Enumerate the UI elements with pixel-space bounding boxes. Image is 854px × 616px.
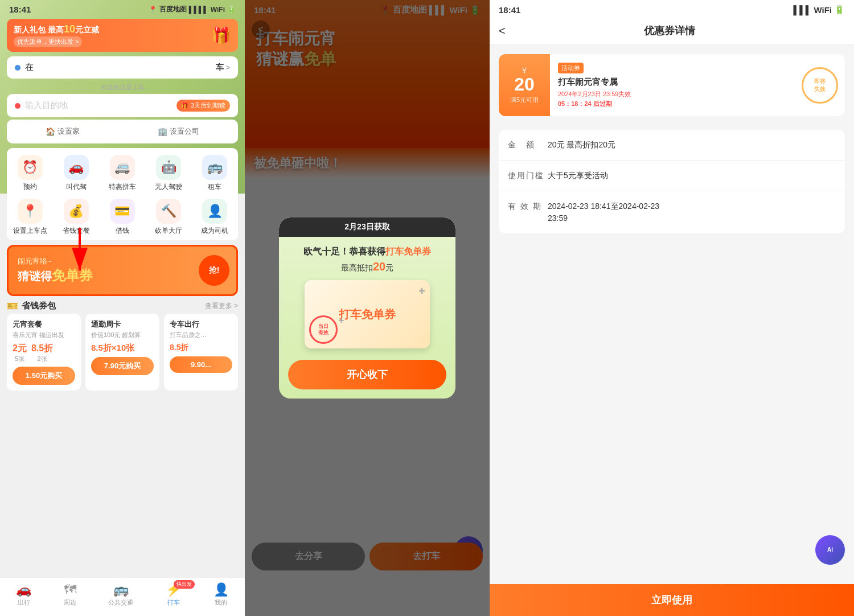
coupon-buy-btn-2[interactable]: 7.90元购买: [91, 357, 154, 375]
coupon-card-1[interactable]: 元宵套餐 喜乐元宵 福运出发 2元 5张 8.5折 2张 1.50元购买: [7, 314, 81, 391]
popup-subtitle: 最高抵扣20元: [288, 260, 446, 273]
service-become-driver[interactable]: 👤 成为司机: [192, 199, 238, 236]
service-rental[interactable]: 🚌 租车: [192, 155, 238, 192]
stamp-line1: 当日: [318, 323, 329, 330]
page-title-3: 优惠券详情: [512, 24, 827, 38]
nav-transit[interactable]: 🚌 公共交通: [108, 582, 133, 607]
service-pickup[interactable]: 📍 设置上车点: [7, 199, 53, 236]
savings-icon: 💰: [64, 199, 89, 224]
expire-badge: 🎁 3天后到期赎: [176, 100, 230, 112]
p3-header: < 优惠券详情: [490, 17, 854, 45]
promo-banner[interactable]: 闹元宵咯~ 猜谜得免单券 抢!: [7, 245, 238, 296]
shortcut-home-label: 设置家: [58, 126, 80, 137]
voucher-label: 打车免单券: [339, 307, 396, 322]
shortcut-row: 🏠 设置家 🏢 设置公司: [7, 120, 238, 143]
search-location: 在: [25, 62, 211, 73]
plus-icon-1: +: [418, 285, 425, 298]
shortcut-home[interactable]: 🏠 设置家: [39, 124, 87, 139]
time-3: 18:41: [499, 5, 520, 15]
detail-row-amount: 金 额 20元 最高折扣20元: [499, 130, 845, 161]
time-1: 18:41: [9, 5, 31, 14]
detail-key-validity: 有 效 期: [508, 200, 548, 212]
coupon-card-3[interactable]: 专车出行 打车品质之... 8.5折 9.90...: [164, 314, 238, 391]
shortcut-company-label: 设置公司: [170, 126, 199, 137]
nav-travel-label: 出行: [18, 598, 30, 607]
popup-title: 欧气十足！恭喜获得打车免单券: [288, 246, 446, 258]
battery-3: 🔋: [834, 5, 845, 15]
promo-grab-button[interactable]: 抢!: [199, 255, 229, 286]
service-driver[interactable]: 🚗 叫代驾: [53, 155, 99, 192]
wifi-icon: WiFi: [211, 6, 225, 14]
popup-overlay: 2月23日获取 欧气十足！恭喜获得打车免单券 最高抵扣20元 打车免单券 当日 …: [245, 0, 490, 616]
collect-button[interactable]: 开心收下: [288, 360, 446, 389]
service-bargain[interactable]: 🔨 砍单大厅: [146, 199, 192, 236]
nav-nearby-label: 周边: [64, 598, 76, 607]
service-loan[interactable]: 💳 借钱: [99, 199, 145, 236]
coupon-expire-date: 2024年2月23日 23:59失效: [558, 90, 837, 98]
coupon-price-3a: 8.5折: [170, 343, 188, 353]
coupon-buy-btn-1[interactable]: 1.50元购买: [13, 367, 75, 385]
search-row[interactable]: 在 车 >: [7, 56, 238, 79]
destination-row[interactable]: 输入目的地 🎁 3天后到期赎: [7, 94, 238, 117]
detail-row-validity: 有 效 期 2024-02-23 18:41至2024-02-2323:59: [499, 191, 845, 233]
promo-content: 闹元宵咯~ 猜谜得免单券: [9, 250, 199, 290]
signal-3: ▌▌▌: [794, 5, 812, 15]
nav-taxi-label: 打车: [167, 598, 180, 607]
savings-title: 🎫 省钱券包: [7, 301, 56, 311]
service-savings[interactable]: 💰 省钱套餐: [53, 199, 99, 236]
car-label: 车: [216, 63, 224, 73]
stamp-line2: 有效: [318, 330, 329, 336]
back-button-3[interactable]: <: [499, 24, 506, 38]
hint-text: 推荐在这里上车: [0, 83, 245, 92]
new-user-banner[interactable]: 新人礼包 最高10元立减 优先派单，更快出发 > 🎁: [7, 19, 238, 52]
coupon-sub-2: 价值100元 超划算: [91, 331, 154, 339]
coupon-price-1a: 2元 5张: [13, 343, 27, 363]
bargain-icon: 🔨: [156, 199, 181, 224]
new-user-title: 新人礼包 最高10元立减: [14, 23, 99, 35]
nav-mine[interactable]: 👤 我的: [214, 582, 229, 607]
services-grid: ⏰ 预约 🚗 叫代驾 🚐 特惠拼车 🤖 无人驾驶 🚌 租车 📍 设置上车点 💰 …: [7, 148, 238, 240]
service-carpool[interactable]: 🚐 特惠拼车: [99, 155, 145, 192]
ai-avatar-3[interactable]: Ai: [815, 535, 845, 565]
stamp: 当日 有效: [309, 315, 338, 344]
service-auto[interactable]: 🤖 无人驾驶: [146, 155, 192, 192]
destination-dot: [15, 103, 20, 109]
shortcut-company[interactable]: 🏢 设置公司: [151, 124, 206, 139]
detail-row-threshold: 使用门槛 大于5元享受活动: [499, 161, 845, 191]
coupon-detail-card: ¥ 20 满5元可用 活动券 打车闹元宵专属 2024年2月23日 23:59失…: [499, 54, 845, 116]
coupon-left-section: ¥ 20 满5元可用: [499, 54, 550, 116]
coupon-countdown: 05：18：24 后过期: [558, 100, 837, 108]
coupon-prices-3: 8.5折: [170, 343, 232, 353]
nav-travel[interactable]: 🚗 出行: [16, 582, 31, 607]
become-driver-icon: 👤: [202, 199, 227, 224]
panel-3: 18:41 ▌▌▌ WiFi 🔋 < 优惠券详情 ¥ 20 满5元可用 活动券 …: [490, 0, 854, 616]
gps-label: 百度地图: [159, 5, 187, 14]
detail-key-threshold: 使用门槛: [508, 170, 548, 182]
detail-key-amount: 金 额: [508, 139, 548, 151]
activity-badge: 活动券: [558, 63, 584, 73]
use-button[interactable]: 立即使用: [490, 584, 854, 616]
coupon-sub-3: 打车品质之...: [170, 331, 232, 339]
p3-body: ¥ 20 满5元可用 活动券 打车闹元宵专属 2024年2月23日 23:59失…: [490, 45, 854, 616]
destination-input[interactable]: 输入目的地: [25, 100, 68, 111]
service-reservation[interactable]: ⏰ 预约: [7, 155, 53, 192]
pickup-icon: 📍: [18, 199, 43, 224]
coupon-name-2: 通勤周卡: [91, 319, 154, 330]
savings-icon-label: 🎫: [7, 301, 18, 311]
gps-icon: 📍: [149, 6, 157, 14]
gift-icon: 🎁: [211, 26, 231, 45]
coupon-prices-2: 8.5折×10张: [91, 343, 154, 354]
savings-more-link[interactable]: 查看更多 >: [205, 301, 238, 311]
nav-taxi[interactable]: 快出发 ⚡ 打车: [166, 582, 181, 607]
coupon-buy-btn-3[interactable]: 9.90...: [170, 356, 232, 373]
nav-nearby[interactable]: 🗺 周边: [64, 582, 76, 607]
car-button[interactable]: 车 >: [216, 63, 230, 73]
status-right-3: ▌▌▌ WiFi 🔋: [794, 5, 845, 15]
chevron-icon: >: [226, 64, 230, 72]
coupon-card-2[interactable]: 通勤周卡 价值100元 超划算 8.5折×10张 7.90元购买: [85, 314, 159, 391]
nav-transit-label: 公共交通: [108, 598, 133, 607]
coupon-sub-1: 喜乐元宵 福运出发: [13, 331, 75, 339]
battery-icon: 🔋: [227, 6, 236, 14]
detail-table: 金 额 20元 最高折扣20元 使用门槛 大于5元享受活动 有 效 期 2024…: [499, 130, 845, 233]
new-user-text: 新人礼包 最高10元立减 优先派单，更快出发 >: [14, 23, 99, 47]
